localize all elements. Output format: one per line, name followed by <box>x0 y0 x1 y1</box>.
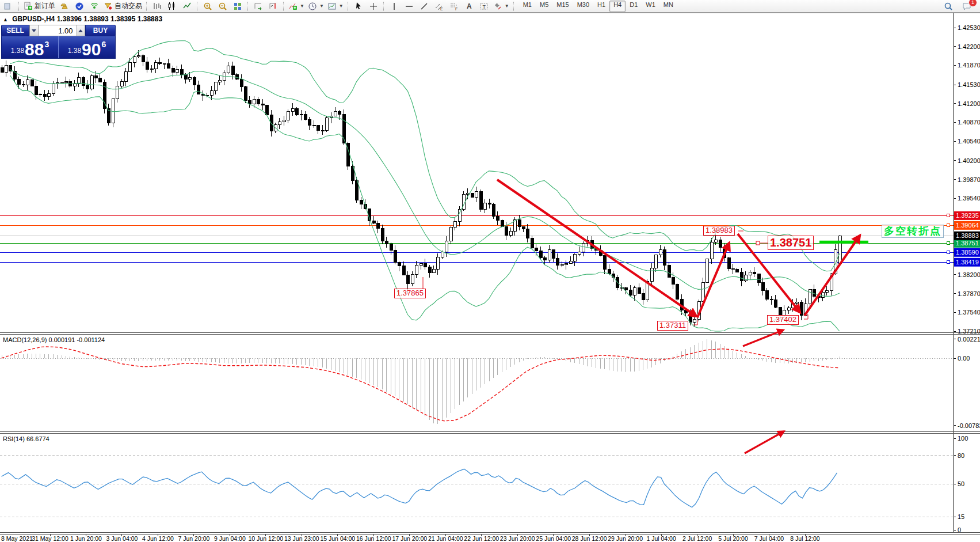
collapse-chart-icon[interactable]: ▲ <box>3 17 8 22</box>
zoom-out-button[interactable] <box>215 0 230 13</box>
line-handle[interactable] <box>947 224 950 227</box>
vertical-line-tool-button[interactable] <box>387 0 402 13</box>
tile-windows-button[interactable] <box>230 0 245 13</box>
line-handle[interactable] <box>947 261 950 264</box>
chart-window-partial-icon-icon <box>4 2 13 11</box>
chart-title: ▲ GBPUSD-,H4 1.38396 1.38893 1.38395 1.3… <box>3 15 162 23</box>
price-badge: 1.39064 <box>956 222 979 229</box>
label-tool-button[interactable]: T <box>476 0 491 13</box>
rsi-value: 66.6774 <box>26 435 49 442</box>
crosshair-tool-button[interactable] <box>366 0 381 13</box>
toolbar-separator <box>146 2 147 11</box>
timeframe-m1-button[interactable]: M1 <box>519 1 536 12</box>
price-axis-label: 1.41530 <box>958 81 980 88</box>
price-axis-label: 1.39870 <box>958 176 980 183</box>
timeframe-mn-button[interactable]: MN <box>659 1 677 12</box>
price-axis-label: 1.41200 <box>958 100 980 107</box>
timeframe-d1-button[interactable]: D1 <box>626 1 642 12</box>
search-icon[interactable] <box>941 0 956 13</box>
price-axis-label: 1.42200 <box>958 43 980 50</box>
one-click-trade-widget: SELL BUY 1.38883 1.38906 <box>1 25 116 59</box>
text-tool-icon: A <box>464 2 474 11</box>
line-handle[interactable] <box>947 214 950 217</box>
arrows-tool-icon <box>493 2 502 11</box>
volume-input[interactable] <box>39 25 77 36</box>
auto-trading-button[interactable]: 自动交易 <box>102 0 144 13</box>
crosshair-tool-icon <box>369 2 378 11</box>
volume-decrease-button[interactable] <box>29 25 39 36</box>
chart-symbol: GBPUSD-,H4 <box>12 15 55 23</box>
price-badge: 1.38883 <box>956 232 979 239</box>
periods-button[interactable]: ▼ <box>306 0 326 13</box>
svg-text:T: T <box>482 3 486 9</box>
time-axis-label: 13 Jun 23:00 <box>284 535 319 542</box>
time-axis-label: 10 Jun 12:00 <box>248 535 283 542</box>
toolbar-right: 1 <box>941 0 979 13</box>
gold-deposit-icon[interactable] <box>57 0 72 13</box>
periods-button-dropdown-icon[interactable]: ▼ <box>319 3 324 9</box>
fibonacci-tool-button[interactable]: F <box>447 0 462 13</box>
triangle-down-icon <box>32 29 36 32</box>
indicators-icon <box>288 2 298 11</box>
price-axis-label: 1.40540 <box>958 138 980 145</box>
timeframe-m5-button[interactable]: M5 <box>536 1 552 12</box>
channel-tool-button[interactable]: E <box>432 0 447 13</box>
line-chart-button[interactable] <box>180 0 195 13</box>
community-icon[interactable] <box>72 0 87 13</box>
rsi-axis-label: 0 <box>958 526 961 533</box>
price-annotation-1-37402[interactable]: 1.37402 <box>767 315 799 325</box>
price-axis-label: 1.40870 <box>958 119 980 126</box>
macd-values: 0.000191 -0.001124 <box>48 336 105 343</box>
templates-button-dropdown-icon[interactable]: ▼ <box>339 3 344 9</box>
turning-point-label[interactable]: 多空转折点 <box>882 225 944 238</box>
chart-canvas[interactable]: 1.425301.422001.418701.415301.412001.408… <box>0 0 980 542</box>
horizontal-line-tool-icon <box>405 2 414 11</box>
auto-scroll-button[interactable] <box>251 0 266 13</box>
timeframe-h4-button[interactable]: H4 <box>609 1 626 12</box>
sell-price-sup: 3 <box>44 40 49 49</box>
time-axis-label: 7 Jun 20:00 <box>178 535 209 542</box>
notifications-icon[interactable]: 1 <box>959 0 974 13</box>
price-annotation-1-38751[interactable]: 1.38751 <box>768 236 814 250</box>
bar-chart-button[interactable] <box>150 0 165 13</box>
chart-window-partial-icon[interactable] <box>1 0 16 13</box>
price-annotation-1-37865[interactable]: 1.37865 <box>394 289 426 298</box>
signal-icon[interactable] <box>87 0 102 13</box>
indicators-button[interactable]: ▼ <box>287 0 306 13</box>
timeframe-w1-button[interactable]: W1 <box>642 1 659 12</box>
trendline-tool-button[interactable] <box>417 0 432 13</box>
timeframe-h1-button[interactable]: H1 <box>593 1 609 12</box>
zoom-in-icon <box>203 2 212 11</box>
new-order-button[interactable]: 新订单 <box>22 0 57 13</box>
rsi-panel-title: RSI(14) 66.6774 <box>3 435 49 442</box>
time-axis[interactable]: 8 May 202131 May 12:001 Jun 20:003 Jun 0… <box>1 535 820 542</box>
macd-axis-label: 0.002214 <box>958 336 980 343</box>
price-annotation-1-37311[interactable]: 1.37311 <box>657 321 688 331</box>
candlestick-chart-button[interactable] <box>165 0 180 13</box>
chart-shift-button[interactable] <box>266 0 281 13</box>
horizontal-line-tool-button[interactable] <box>402 0 417 13</box>
text-tool-button[interactable]: A <box>462 0 476 13</box>
time-axis-label: 15 Jun 04:00 <box>320 535 355 542</box>
time-axis-label: 2 Jul 12:00 <box>682 535 712 542</box>
templates-button[interactable]: ▼ <box>326 0 345 13</box>
line-handle[interactable] <box>947 251 950 254</box>
time-axis-label: 29 Jun 20:00 <box>608 535 643 542</box>
rsi-axis-label: 15 <box>958 513 964 520</box>
sell-price-panel[interactable]: 1.38883 <box>2 36 58 58</box>
volume-increase-button[interactable] <box>77 25 86 36</box>
cursor-tool-icon <box>354 2 363 11</box>
timeframe-m30-button[interactable]: M30 <box>573 1 593 12</box>
cursor-tool-button[interactable] <box>351 0 366 13</box>
buy-price-panel[interactable]: 1.38906 <box>59 36 115 58</box>
zoom-in-button[interactable] <box>200 0 215 13</box>
sell-button[interactable]: SELL <box>1 25 29 36</box>
price-annotation-1-38983[interactable]: 1.38983 <box>703 226 735 236</box>
timeframe-m15-button[interactable]: M15 <box>552 1 573 12</box>
buy-button[interactable]: BUY <box>85 25 116 36</box>
indicators-button-dropdown-icon[interactable]: ▼ <box>300 3 304 9</box>
line-handle[interactable] <box>947 242 950 245</box>
chart-shift-icon <box>269 2 278 11</box>
arrows-tool-button-dropdown-icon[interactable]: ▼ <box>505 3 509 9</box>
arrows-tool-button[interactable]: ▼ <box>491 0 511 13</box>
